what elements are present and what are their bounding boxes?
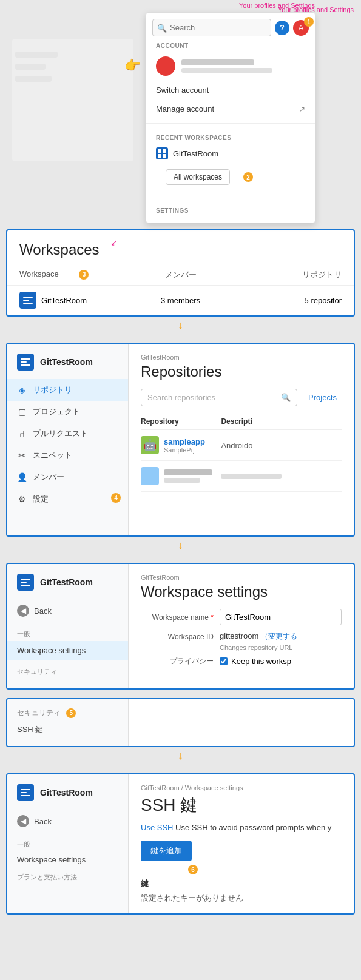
account-name-blurred — [181, 59, 254, 65]
settings-breadcrumb: GitTestRoom — [141, 574, 342, 581]
ssh-back-button[interactable]: ◀ Back — [7, 810, 128, 833]
workspace-settings-panel: GitTestRoom ◀ Back 一般 Workspace settings… — [6, 563, 355, 690]
ssh-workspace-settings-link[interactable]: Workspace settings — [7, 851, 128, 868]
repo-row-blurred — [141, 461, 342, 492]
plan-label: プランと支払い方法 — [7, 868, 128, 884]
sidebar-item-settings[interactable]: ⚙ 設定 — [7, 488, 128, 510]
repo-avatar-blurred — [141, 467, 159, 485]
ssh-breadcrumb: GitTestRoom / Workspace settings — [141, 784, 342, 791]
workspace-row-gittestrroom[interactable]: GitTestRoom 3 members 5 repositor — [7, 286, 354, 315]
security-section-label: セキュリティ — [7, 660, 128, 679]
annotation-circle-6: 6 — [188, 865, 198, 874]
repo-sidebar: GitTestRoom ◈ リポジトリ ▢ プロジェクト ⑁ プルリクエスト ✂… — [7, 344, 129, 535]
workspace-settings-sidebar-item[interactable]: Workspace settings — [7, 641, 128, 660]
search-repos-input[interactable]: Search repositories 🔍 — [141, 389, 297, 406]
workspaces-title: Workspaces — [7, 230, 354, 264]
ssh-sidebar-header: GitTestRoom — [7, 784, 128, 810]
search-repos-row: Search repositories 🔍 Projects — [141, 389, 342, 406]
ssh-keys-panel: GitTestRoom ◀ Back 一般 Workspace settings… — [6, 773, 355, 915]
workspace-name-row: Workspace name * — [141, 609, 342, 625]
repo-avatar-sampleapp: 🤖 — [141, 436, 159, 454]
add-key-button[interactable]: 鍵を追加 — [141, 841, 192, 861]
repo-sidebar-header: GitTestRoom — [7, 354, 128, 379]
id-hint: Changes repository URL — [141, 644, 342, 651]
ssh-content: GitTestRoom / Workspace settings SSH 鍵 U… — [129, 774, 354, 913]
settings-sidebar: GitTestRoom ◀ Back 一般 Workspace settings… — [7, 564, 129, 688]
back-button[interactable]: ◀ Back — [7, 599, 128, 622]
annotation-arrow-ws: ↙ — [110, 238, 118, 247]
arrow-down-1: ↓ — [6, 317, 355, 334]
keys-section-label: 鍵 — [141, 878, 342, 889]
pr-icon: ⑁ — [17, 429, 27, 438]
search-repos-icon: 🔍 — [281, 393, 291, 402]
change-id-link[interactable]: （変更する — [261, 632, 297, 640]
ssh-sidebar: GitTestRoom ◀ Back 一般 Workspace settings… — [7, 774, 129, 913]
settings-icon: ⚙ — [17, 494, 27, 504]
annotation-circle-5: 5 — [66, 708, 76, 718]
ssh-general-label: 一般 — [7, 833, 128, 851]
projects-link[interactable]: Projects — [303, 391, 342, 404]
sidebar-item-projects[interactable]: ▢ プロジェクト — [7, 401, 128, 423]
privacy-checkbox-label: Keep this worksp — [231, 657, 291, 666]
all-workspaces-button[interactable]: All workspaces — [166, 169, 230, 185]
ssh-workspace-logo — [17, 784, 34, 801]
sidebar-item-repos[interactable]: ◈ リポジトリ — [7, 379, 128, 401]
manage-account-item[interactable]: Manage account ↗ — [146, 99, 315, 118]
ssh-link[interactable]: Use SSH — [141, 823, 173, 832]
workspace-name-input[interactable] — [220, 609, 342, 625]
repo-table-header: Repository Descripti — [141, 414, 342, 430]
table-header: Workspace 3 メンバー リポジトリ — [7, 264, 354, 286]
dropdown-divider-1 — [146, 123, 315, 124]
account-avatar — [156, 56, 175, 76]
repositories-panel: GitTestRoom ◈ リポジトリ ▢ プロジェクト ⑁ プルリクエスト ✂… — [6, 343, 355, 537]
repo-workspace-logo — [17, 354, 34, 371]
account-section-label: ACCOUNT — [146, 36, 315, 52]
dropdown-divider-2 — [146, 196, 315, 196]
account-info-row — [146, 52, 315, 81]
security-sidebar: セキュリティ 5 SSH 鍵 — [7, 699, 129, 746]
workspace-id-row: Workspace ID gittestroom （変更する — [141, 631, 342, 642]
annotation-circle-3: 3 — [79, 270, 89, 280]
settings-title: Workspace settings — [141, 583, 342, 600]
security-section-panel: セキュリティ 5 SSH 鍵 — [6, 698, 355, 747]
ssh-keys-item[interactable]: SSH 鍵 — [17, 722, 118, 737]
snippets-icon: ✂ — [17, 451, 27, 460]
members-icon: 👤 — [17, 472, 27, 482]
external-link-icon: ↗ — [299, 105, 305, 113]
breadcrumb: GitTestRoom — [141, 354, 342, 361]
arrow-down-2: ↓ — [6, 537, 355, 554]
settings-sidebar-header: GitTestRoom — [7, 574, 128, 599]
repo-title: Repositories — [141, 363, 342, 380]
ssh-description: Use SSH Use SSH to avoid password prompt… — [141, 823, 342, 832]
account-dropdown: Your profiles and Settings 🔍 ? A 1 ACCOU… — [146, 12, 315, 223]
general-section-label: 一般 — [7, 622, 128, 641]
ssh-back-icon: ◀ — [17, 815, 29, 827]
recent-workspaces-label: RECENT WORKSPACES — [146, 129, 315, 144]
settings-content: GitTestRoom Workspace settings Workspace… — [129, 564, 354, 688]
back-icon: ◀ — [17, 605, 29, 617]
ssh-title: SSH 鍵 — [141, 794, 342, 817]
search-input[interactable] — [152, 19, 271, 36]
repo-row-sampleapp[interactable]: 🤖 sampleapp SamplePrj Androido — [141, 430, 342, 461]
annotation-circle-4: 4 — [111, 493, 121, 503]
projects-icon: ▢ — [17, 407, 27, 417]
workspace-icon-small — [156, 147, 168, 159]
settings-section-label: SETTINGS — [146, 201, 315, 216]
sidebar-item-members[interactable]: 👤 メンバー — [7, 466, 128, 488]
switch-account-item[interactable]: Switch account — [146, 81, 315, 99]
search-icon: 🔍 — [157, 23, 167, 32]
sidebar-item-snippets[interactable]: ✂ スニペット — [7, 445, 128, 466]
workspace-logo — [19, 292, 36, 309]
hand-pointer-emoji: 👉 — [124, 58, 141, 73]
settings-workspace-logo — [17, 574, 34, 591]
privacy-checkbox[interactable] — [220, 657, 228, 665]
help-icon[interactable]: ? — [275, 21, 289, 35]
repos-icon: ◈ — [17, 385, 27, 395]
sidebar-item-pullrequests[interactable]: ⑁ プルリクエスト — [7, 423, 128, 445]
privacy-row: プライバシー Keep this worksp — [141, 656, 342, 666]
annotation-circle-1: 1 — [304, 16, 314, 27]
workspaces-panel: ↙ Workspaces Workspace 3 メンバー リポジトリ GitT… — [6, 229, 355, 317]
repo-content: GitTestRoom Repositories Search reposito… — [129, 344, 354, 535]
workspace-gittestrroom-item[interactable]: GitTestRoom — [146, 144, 315, 163]
security-label: セキュリティ 5 — [17, 708, 118, 718]
